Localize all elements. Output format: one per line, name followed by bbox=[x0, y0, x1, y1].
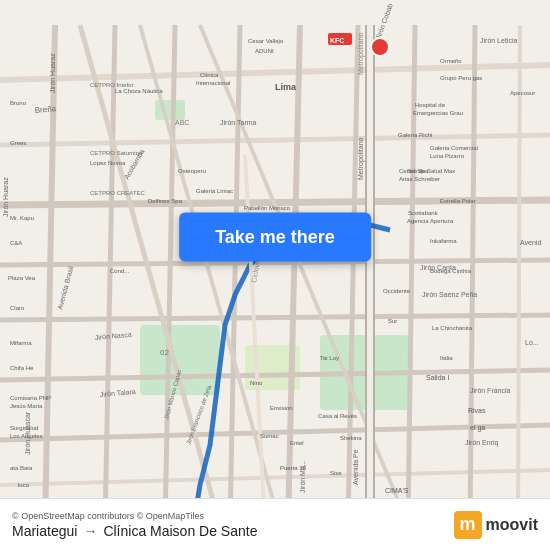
svg-text:Scotiabank: Scotiabank bbox=[408, 210, 439, 216]
svg-text:Osteoperu: Osteoperu bbox=[178, 168, 206, 174]
svg-text:La Choza Náutica: La Choza Náutica bbox=[115, 88, 163, 94]
svg-text:02: 02 bbox=[160, 348, 169, 357]
bottom-bar: © OpenStreetMap contributors © OpenMapTi… bbox=[0, 498, 550, 550]
svg-text:Claro: Claro bbox=[10, 305, 25, 311]
map-attribution: © OpenStreetMap contributors © OpenMapTi… bbox=[12, 511, 257, 521]
svg-text:Casa al Revés: Casa al Revés bbox=[318, 413, 357, 419]
svg-text:Cond...: Cond... bbox=[110, 268, 130, 274]
svg-text:Breña: Breña bbox=[34, 104, 57, 115]
svg-text:Lopez Novoa: Lopez Novoa bbox=[90, 160, 126, 166]
svg-text:Galeria Comercial: Galeria Comercial bbox=[430, 145, 478, 151]
svg-text:Jirón Leticia: Jirón Leticia bbox=[480, 37, 517, 44]
route-info: Mariategui → Clínica Maison De Sante bbox=[12, 523, 257, 539]
svg-text:Mifarma: Mifarma bbox=[10, 340, 32, 346]
svg-text:Jirón Enriq: Jirón Enriq bbox=[465, 439, 499, 447]
svg-text:Jesús Maria: Jesús Maria bbox=[10, 403, 43, 409]
svg-text:CETPRO CREATEC: CETPRO CREATEC bbox=[90, 190, 146, 196]
route-attribution-group: © OpenStreetMap contributors © OpenMapTi… bbox=[12, 511, 257, 539]
svg-text:el ga: el ga bbox=[470, 424, 485, 432]
svg-text:luco: luco bbox=[18, 482, 30, 488]
svg-text:Comisaria PNP: Comisaria PNP bbox=[10, 395, 51, 401]
svg-text:Inkafarma: Inkafarma bbox=[430, 238, 457, 244]
route-arrow-icon: → bbox=[83, 523, 97, 539]
svg-text:Nino: Nino bbox=[250, 380, 263, 386]
svg-text:Jirón Francia: Jirón Francia bbox=[470, 387, 511, 394]
svg-text:Ormeño: Ormeño bbox=[440, 58, 462, 64]
svg-text:Tai Loy: Tai Loy bbox=[320, 355, 339, 361]
svg-text:Centro de Salud Max: Centro de Salud Max bbox=[399, 168, 455, 174]
svg-text:Apecosur: Apecosur bbox=[510, 90, 535, 96]
svg-text:Jirón Huaraz: Jirón Huaraz bbox=[49, 53, 56, 93]
svg-text:Bruno: Bruno bbox=[10, 100, 27, 106]
svg-point-113 bbox=[371, 38, 389, 56]
svg-text:Cesar Vallejo: Cesar Vallejo bbox=[248, 38, 284, 44]
svg-text:Estrella Polar: Estrella Polar bbox=[440, 198, 476, 204]
svg-text:KFC: KFC bbox=[330, 37, 344, 44]
svg-text:Grees: Grees bbox=[10, 140, 26, 146]
svg-text:Pabellón Morisco: Pabellón Morisco bbox=[244, 205, 291, 211]
svg-text:ata Bata: ata Bata bbox=[10, 465, 33, 471]
svg-text:Delfines Spa: Delfines Spa bbox=[148, 198, 183, 204]
svg-text:CETPRO Saturnino: CETPRO Saturnino bbox=[90, 150, 143, 156]
svg-text:Jirón Canta: Jirón Canta bbox=[420, 264, 456, 271]
svg-text:Lo...: Lo... bbox=[525, 339, 539, 346]
svg-text:CIMA'S: CIMA'S bbox=[385, 487, 409, 494]
svg-text:Clínica: Clínica bbox=[200, 72, 219, 78]
svg-text:Luna Pizarro: Luna Pizarro bbox=[430, 153, 465, 159]
svg-text:Chifa He: Chifa He bbox=[10, 365, 34, 371]
svg-text:Galeria Limac: Galeria Limac bbox=[196, 188, 233, 194]
map-area: Breña Jirón Huaraz Avenida Brasil Metrop… bbox=[0, 0, 550, 550]
svg-text:Jirón Saenz Peña: Jirón Saenz Peña bbox=[422, 291, 477, 298]
moovit-m-icon: m bbox=[454, 511, 482, 539]
svg-text:Lima: Lima bbox=[275, 82, 297, 92]
svg-rect-0 bbox=[0, 25, 550, 525]
svg-text:Avenida Pe: Avenida Pe bbox=[352, 449, 359, 485]
svg-text:Emergencias Grau: Emergencias Grau bbox=[413, 110, 463, 116]
svg-text:Jirón Ma...: Jirón Ma... bbox=[299, 460, 306, 493]
svg-line-21 bbox=[518, 25, 520, 525]
svg-text:Sur: Sur bbox=[388, 318, 397, 324]
svg-text:Galeria Richi: Galeria Richi bbox=[398, 132, 432, 138]
svg-text:C&A: C&A bbox=[10, 240, 22, 246]
svg-text:Jirón Tarma: Jirón Tarma bbox=[220, 119, 257, 126]
svg-text:Internacional: Internacional bbox=[196, 80, 230, 86]
svg-text:Entel: Entel bbox=[290, 440, 304, 446]
svg-text:Avenid: Avenid bbox=[520, 239, 541, 246]
svg-text:Metropolitano: Metropolitano bbox=[357, 32, 365, 75]
svg-text:ABC: ABC bbox=[175, 119, 189, 126]
svg-text:Metropolitano: Metropolitano bbox=[357, 137, 365, 180]
svg-text:Mr. Kapu: Mr. Kapu bbox=[10, 215, 34, 221]
svg-text:Hospital de: Hospital de bbox=[415, 102, 446, 108]
moovit-text: moovit bbox=[486, 516, 538, 534]
map-svg: Breña Jirón Huaraz Avenida Brasil Metrop… bbox=[0, 0, 550, 550]
svg-text:Arias Schreiber: Arias Schreiber bbox=[399, 176, 440, 182]
svg-text:La Chinchanita: La Chinchanita bbox=[432, 325, 473, 331]
svg-text:Envision: Envision bbox=[270, 405, 293, 411]
route-destination: Clínica Maison De Sante bbox=[103, 523, 257, 539]
svg-text:Jirón Huaraz: Jirón Huaraz bbox=[2, 177, 9, 217]
svg-text:Grupo Peru gas: Grupo Peru gas bbox=[440, 75, 482, 81]
svg-text:ADUNI: ADUNI bbox=[255, 48, 274, 54]
svg-text:Rivas: Rivas bbox=[468, 407, 486, 414]
svg-rect-4 bbox=[155, 100, 185, 120]
svg-text:Sumac: Sumac bbox=[260, 433, 279, 439]
svg-text:Agencia Apertura: Agencia Apertura bbox=[407, 218, 454, 224]
svg-text:Plaza Vea: Plaza Vea bbox=[8, 275, 36, 281]
moovit-logo: m moovit bbox=[454, 511, 538, 539]
svg-text:Jirón Huáscar: Jirón Huáscar bbox=[24, 411, 31, 455]
svg-text:Salida I: Salida I bbox=[426, 374, 449, 381]
svg-text:Sise: Sise bbox=[330, 470, 342, 476]
svg-text:Occidente: Occidente bbox=[383, 288, 411, 294]
svg-text:Shekina: Shekina bbox=[340, 435, 362, 441]
app-container: Breña Jirón Huaraz Avenida Brasil Metrop… bbox=[0, 0, 550, 550]
take-me-there-button[interactable]: Take me there bbox=[179, 212, 371, 261]
route-origin: Mariategui bbox=[12, 523, 77, 539]
svg-text:Italia: Italia bbox=[440, 355, 453, 361]
